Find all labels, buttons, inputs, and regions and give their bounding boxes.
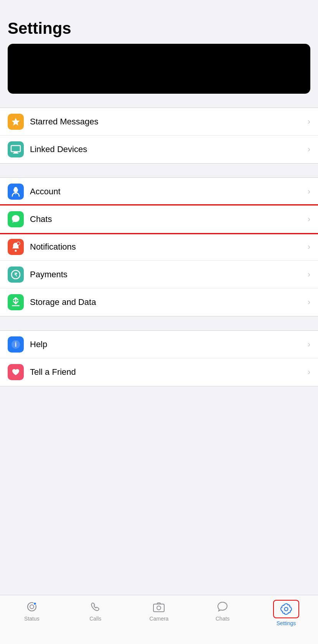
tell-friend-row[interactable]: Tell a Friend › [0,358,318,386]
tab-camera-label: Camera [150,616,169,622]
payments-row[interactable]: ₹ Payments › [0,261,318,288]
section-gap-3 [0,316,318,330]
svg-rect-2 [14,152,18,153]
page-title: Settings [8,19,310,38]
section-gap-2 [0,164,318,177]
tell-friend-chevron: › [308,367,310,377]
tell-friend-label: Tell a Friend [30,367,308,377]
starred-messages-label: Starred Messages [30,117,308,127]
svg-rect-8 [15,195,17,195]
tell-friend-icon [8,364,24,380]
bottom-spacer [0,386,318,448]
storage-data-icon [8,294,24,310]
settings-tab-box [273,600,299,618]
camera-icon [152,600,166,614]
tab-status-label: Status [24,616,40,622]
payments-chevron: › [308,270,310,280]
starred-messages-chevron: › [308,117,310,127]
notifications-icon [8,239,24,255]
tab-bar: Status Calls Camera Chats [0,595,318,644]
svg-rect-19 [153,604,164,612]
tab-calls[interactable]: Calls [64,600,127,622]
svg-point-21 [285,608,288,611]
account-row[interactable]: Account › [0,178,318,205]
linked-devices-row[interactable]: Linked Devices › [0,136,318,163]
calls-icon [89,600,102,614]
tab-camera[interactable]: Camera [127,600,191,622]
chats-row[interactable]: Chats › [0,205,318,233]
payments-label: Payments [30,270,308,280]
account-label: Account [30,187,308,197]
page-title-section: Settings [0,0,318,44]
storage-data-row[interactable]: Storage and Data › [0,288,318,316]
settings-group-2: Account › Chats › Notifications › ₹ [0,177,318,316]
notifications-chevron: › [308,242,310,252]
help-label: Help [30,339,308,349]
settings-icon [279,602,293,616]
tab-settings[interactable]: Settings [254,600,318,626]
help-row[interactable]: i Help › [0,331,318,358]
status-icon [25,600,39,614]
svg-rect-1 [11,146,20,152]
chats-label: Chats [30,214,308,224]
svg-point-9 [15,250,17,252]
svg-point-20 [157,606,161,610]
linked-devices-label: Linked Devices [30,144,308,154]
linked-devices-chevron: › [308,144,310,154]
notifications-row[interactable]: Notifications › [0,233,318,261]
svg-marker-0 [12,118,20,126]
chats-chevron: › [308,214,310,224]
storage-data-label: Storage and Data [30,297,308,307]
svg-point-10 [17,242,20,245]
account-icon [8,184,24,200]
tab-status[interactable]: Status [0,600,64,622]
tab-chats[interactable]: Chats [191,600,254,622]
chats-icon [8,211,24,227]
help-icon: i [8,336,24,353]
tab-chats-label: Chats [216,616,230,622]
svg-rect-7 [15,194,17,195]
tab-calls-label: Calls [89,616,101,622]
payments-icon: ₹ [8,267,24,283]
svg-text:₹: ₹ [14,272,18,278]
help-chevron: › [308,339,310,349]
linked-devices-icon [8,141,24,157]
storage-data-chevron: › [308,297,310,307]
tab-settings-label: Settings [277,620,296,626]
section-gap-1 [0,94,318,108]
svg-point-18 [33,603,36,605]
svg-text:i: i [15,341,16,348]
starred-messages-icon [8,114,24,130]
account-chevron: › [308,187,310,197]
settings-group-1: Starred Messages › Linked Devices › [0,108,318,164]
profile-card[interactable] [8,44,310,94]
svg-rect-6 [15,192,16,195]
settings-group-3: i Help › Tell a Friend › [0,330,318,386]
notifications-label: Notifications [30,242,308,252]
svg-point-17 [30,605,34,609]
starred-messages-row[interactable]: Starred Messages › [0,108,318,136]
chats-tab-icon [216,600,229,614]
